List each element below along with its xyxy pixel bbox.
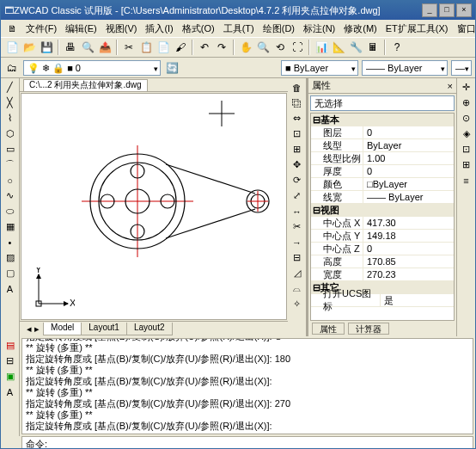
command-history[interactable]: ** 旋转 **指定旋转角度或 [基点(B)/复制(C)/放弃(U)/参照(R)…: [21, 338, 473, 434]
menu-tools[interactable]: 工具(T): [220, 21, 258, 37]
prop-close-icon[interactable]: ×: [448, 81, 453, 91]
break-icon[interactable]: ⊟: [290, 250, 305, 265]
mirror-icon[interactable]: ⇔: [290, 111, 305, 126]
save-icon[interactable]: 💾: [39, 40, 54, 55]
print-icon[interactable]: 🖶: [63, 40, 78, 55]
app-menu-icon[interactable]: 🗎: [4, 22, 21, 35]
rotate-icon[interactable]: ⟳: [290, 173, 305, 188]
new-icon[interactable]: 📄: [4, 40, 20, 55]
r5-icon[interactable]: ⊡: [459, 142, 474, 157]
fillet-icon[interactable]: ⌓: [290, 281, 305, 296]
drawing-tab[interactable]: C:\...2 利用夹点拉伸对象.dwg: [23, 79, 148, 91]
lineweight-combo[interactable]: —: [451, 60, 472, 76]
hatch-icon[interactable]: ▨: [3, 250, 18, 265]
zoom-prev-icon[interactable]: ⟲: [272, 40, 288, 55]
menu-draw[interactable]: 绘图(D): [259, 21, 298, 37]
menu-modify[interactable]: 修改(M): [340, 21, 381, 37]
close-button[interactable]: ×: [456, 3, 472, 17]
redo-icon[interactable]: ↷: [214, 40, 229, 55]
circle-icon[interactable]: ○: [3, 173, 18, 188]
tab-model[interactable]: Model: [43, 323, 82, 335]
props-icon[interactable]: 📊: [314, 40, 329, 55]
linetype-combo[interactable]: —— ByLayer: [362, 60, 448, 76]
menu-insert[interactable]: 插入(I): [142, 21, 176, 37]
drawing-tabs: C:\...2 利用夹点拉伸对象.dwg: [20, 78, 288, 92]
selection-combo[interactable]: 无选择: [310, 95, 455, 111]
ucs-icon: X Y: [32, 268, 75, 311]
publish-icon[interactable]: 📤: [97, 40, 113, 55]
minimize-button[interactable]: _: [422, 3, 437, 17]
menu-dim[interactable]: 标注(N): [300, 21, 339, 37]
scale-icon[interactable]: ⤢: [290, 188, 305, 203]
menu-et[interactable]: ET扩展工具(X): [382, 21, 452, 37]
text-icon[interactable]: A: [3, 281, 18, 296]
array-icon[interactable]: ⊞: [290, 142, 305, 157]
paste-icon[interactable]: 📄: [156, 40, 171, 55]
layer-combo[interactable]: 💡 ❄ 🔒 ■ 0: [23, 60, 161, 76]
design-icon[interactable]: 📐: [331, 40, 346, 55]
region-icon[interactable]: ▢: [3, 266, 18, 280]
polygon-icon[interactable]: ⬡: [3, 126, 18, 141]
point-icon[interactable]: •: [3, 235, 18, 249]
chamfer-icon[interactable]: ◿: [290, 266, 305, 280]
s4-icon[interactable]: A: [3, 384, 18, 399]
tab-layout1[interactable]: Layout1: [81, 323, 127, 335]
maximize-button[interactable]: □: [439, 3, 455, 17]
undo-icon[interactable]: ↶: [197, 40, 212, 55]
stretch-icon[interactable]: ↔: [290, 204, 305, 218]
erase-icon[interactable]: 🗑: [290, 80, 305, 95]
zoom-icon[interactable]: 🔍: [255, 40, 271, 55]
copy2-icon[interactable]: ⿻: [290, 95, 305, 110]
open-icon[interactable]: 📂: [21, 40, 37, 55]
line-icon[interactable]: ╱: [3, 80, 18, 95]
toolbar-cmdside: ▤ ⊟ ▣ A: [1, 336, 20, 436]
copy-icon[interactable]: 📋: [138, 40, 154, 55]
r7-icon[interactable]: ≡: [459, 173, 474, 188]
rect-icon[interactable]: ▭: [3, 142, 18, 157]
layer-mgr-icon[interactable]: 🗂: [4, 60, 20, 76]
properties-grid[interactable]: ⊟ 基本 图层0 线型ByLayer 线型比例1.00 厚度0 颜色□ByLay…: [310, 113, 455, 321]
command-input[interactable]: 命令:: [21, 436, 473, 449]
toolbar-right: ✛ ⊕ ⊙ ◈ ⊡ ⊞ ≡: [456, 78, 475, 336]
move-icon[interactable]: ✥: [290, 157, 305, 172]
s2-icon[interactable]: ⊟: [3, 354, 18, 368]
menu-format[interactable]: 格式(O): [179, 21, 218, 37]
r2-icon[interactable]: ⊕: [459, 95, 474, 110]
match-icon[interactable]: 🖌: [173, 40, 188, 55]
cut-icon[interactable]: ✂: [121, 40, 137, 55]
tab-calculator[interactable]: 计算器: [348, 323, 389, 335]
tab-properties[interactable]: 属性: [312, 323, 345, 335]
color-combo[interactable]: ■ ByLayer: [281, 60, 358, 76]
s1-icon[interactable]: ▤: [3, 338, 18, 353]
tool-icon[interactable]: 🔧: [348, 40, 363, 55]
preview-icon[interactable]: 🔍: [80, 40, 95, 55]
svg-text:Y: Y: [35, 268, 42, 274]
xline-icon[interactable]: ╳: [3, 95, 18, 110]
spline-icon[interactable]: ∿: [3, 188, 18, 203]
s3-icon[interactable]: ▣: [3, 369, 18, 384]
layer-prev-icon[interactable]: 🔄: [164, 60, 180, 76]
offset-icon[interactable]: ⊡: [290, 126, 305, 141]
svg-text:X: X: [70, 298, 75, 308]
menu-view[interactable]: 视图(V): [102, 21, 141, 37]
help-icon[interactable]: ?: [389, 40, 405, 55]
trim-icon[interactable]: ✂: [290, 219, 305, 234]
explode-icon[interactable]: ✧: [290, 297, 305, 311]
menu-file[interactable]: 文件(F): [22, 21, 60, 37]
pan-icon[interactable]: ✋: [238, 40, 253, 55]
extend-icon[interactable]: →: [290, 235, 305, 249]
menu-window[interactable]: 窗口(W): [454, 21, 476, 37]
ellipse-icon[interactable]: ⬭: [3, 204, 18, 218]
r1-icon[interactable]: ✛: [459, 80, 474, 95]
zoom-win-icon[interactable]: ⛶: [290, 40, 305, 55]
pline-icon[interactable]: ⌇: [3, 111, 18, 126]
arc-icon[interactable]: ⌒: [3, 157, 18, 172]
r4-icon[interactable]: ◈: [459, 126, 474, 141]
r3-icon[interactable]: ⊙: [459, 111, 474, 126]
drawing-canvas[interactable]: X Y: [21, 93, 287, 320]
r6-icon[interactable]: ⊞: [459, 157, 474, 172]
menu-edit[interactable]: 编辑(E): [62, 21, 101, 37]
calc-icon[interactable]: 🖩: [365, 40, 381, 55]
tab-layout2[interactable]: Layout2: [126, 323, 173, 335]
block-icon[interactable]: ▦: [3, 219, 18, 234]
